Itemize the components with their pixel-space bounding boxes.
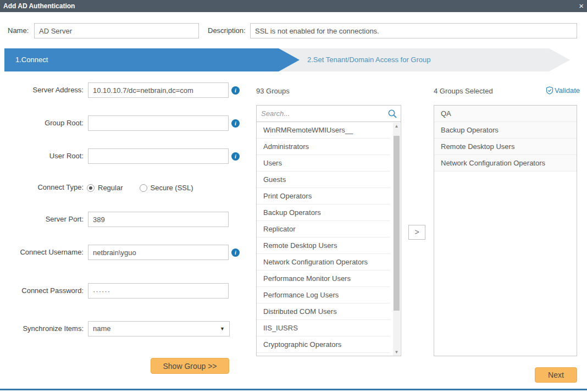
- server-port-input[interactable]: [88, 212, 229, 227]
- group-list-item[interactable]: WinRMRemoteWMIUsers__: [257, 122, 390, 139]
- group-list-item[interactable]: Print Operators: [257, 188, 390, 205]
- group-list-item[interactable]: Performance Log Users: [257, 287, 390, 303]
- groups-list-scrollbar[interactable]: ▲ ▼: [393, 123, 400, 356]
- radio-regular-label: Regular: [98, 184, 123, 192]
- chevron-down-icon: ▼: [220, 322, 225, 336]
- search-icon[interactable]: [387, 109, 397, 119]
- shield-check-icon: [546, 86, 553, 95]
- tab-set-tenant-domain-access[interactable]: 2.Set Tenant/Domain Access for Group: [279, 48, 570, 71]
- radio-secure-ssl-label: Secure (SSL): [151, 184, 193, 192]
- name-label: Name:: [8, 23, 29, 38]
- tab-connect[interactable]: 1.Connect: [4, 48, 300, 71]
- available-groups-list: ▲ ▼ WinRMRemoteWMIUsers__AdministratorsU…: [256, 122, 401, 356]
- user-root-info-icon[interactable]: i: [231, 152, 240, 161]
- selected-group-item[interactable]: Backup Operators: [434, 122, 577, 139]
- user-root-input[interactable]: [88, 148, 229, 164]
- close-icon[interactable]: ×: [579, 1, 584, 12]
- scroll-down-icon[interactable]: ▼: [393, 349, 400, 356]
- group-list-item[interactable]: Backup Operators: [257, 205, 390, 221]
- group-list-item[interactable]: Users: [257, 155, 390, 172]
- validate-link[interactable]: Validate: [546, 86, 580, 95]
- connect-password-input[interactable]: [88, 283, 229, 299]
- scroll-up-icon[interactable]: ▲: [393, 123, 400, 130]
- group-list-item[interactable]: Cryptographic Operators: [257, 336, 390, 353]
- connect-type-label: Connect Type:: [0, 180, 84, 195]
- connect-type-options: Regular Secure (SSL): [87, 184, 193, 192]
- groups-count-header: 93 Groups: [256, 87, 290, 95]
- connect-username-input[interactable]: [88, 245, 229, 260]
- group-list-item[interactable]: Guests: [257, 172, 390, 188]
- group-root-input[interactable]: [88, 115, 229, 131]
- group-list-item[interactable]: Replicator: [257, 221, 390, 238]
- group-root-label: Group Root:: [0, 115, 84, 131]
- synchronize-items-value: name: [93, 324, 111, 333]
- validate-label: Validate: [555, 86, 580, 95]
- dialog-bottom-accent: [0, 389, 587, 390]
- server-port-label: Server Port:: [0, 212, 84, 227]
- group-root-info-icon[interactable]: i: [231, 119, 240, 128]
- synchronize-items-label: Synchronize Items:: [0, 321, 84, 336]
- group-list-item[interactable]: Performance Monitor Users: [257, 270, 390, 287]
- add-ad-authentication-dialog: Add AD Authentication × Name: Descriptio…: [0, 0, 587, 392]
- server-address-input[interactable]: [88, 82, 229, 98]
- group-list-item[interactable]: Distributed COM Users: [257, 303, 390, 320]
- show-group-button[interactable]: Show Group >>: [151, 358, 229, 374]
- description-label: Description:: [208, 23, 246, 38]
- radio-secure-ssl[interactable]: [140, 184, 147, 192]
- name-input[interactable]: [34, 23, 199, 38]
- selected-groups-header: 4 Groups Selected: [434, 87, 493, 95]
- next-button[interactable]: Next: [535, 367, 577, 383]
- server-address-label: Server Address:: [0, 82, 84, 98]
- connect-username-label: Connect Username:: [0, 245, 84, 260]
- group-list-item[interactable]: Remote Desktop Users: [257, 238, 390, 254]
- title-bar: Add AD Authentication ×: [0, 0, 587, 12]
- group-search-input[interactable]: [257, 106, 386, 122]
- group-search-box: [256, 105, 401, 122]
- move-right-button[interactable]: >: [408, 225, 425, 240]
- server-address-info-icon[interactable]: i: [231, 86, 240, 95]
- radio-regular[interactable]: [87, 184, 95, 192]
- selected-group-item[interactable]: Remote Desktop Users: [434, 139, 577, 155]
- group-list-item[interactable]: IIS_IUSRS: [257, 320, 390, 336]
- selected-group-item[interactable]: Network Configuration Operators: [434, 155, 577, 172]
- scrollbar-thumb[interactable]: [394, 136, 400, 311]
- dialog-title: Add AD Authentication: [0, 2, 75, 10]
- user-root-label: User Root:: [0, 148, 84, 164]
- connect-password-label: Connect Password:: [0, 283, 84, 299]
- group-list-item[interactable]: Administrators: [257, 139, 390, 155]
- group-list-item[interactable]: Network Configuration Operators: [257, 254, 390, 270]
- selected-group-item[interactable]: QA: [434, 106, 577, 122]
- connect-username-info-icon[interactable]: i: [231, 249, 240, 257]
- description-input[interactable]: [250, 23, 577, 38]
- synchronize-items-select[interactable]: name ▼: [88, 321, 230, 336]
- selected-groups-list: QABackup OperatorsRemote Desktop UsersNe…: [434, 105, 577, 356]
